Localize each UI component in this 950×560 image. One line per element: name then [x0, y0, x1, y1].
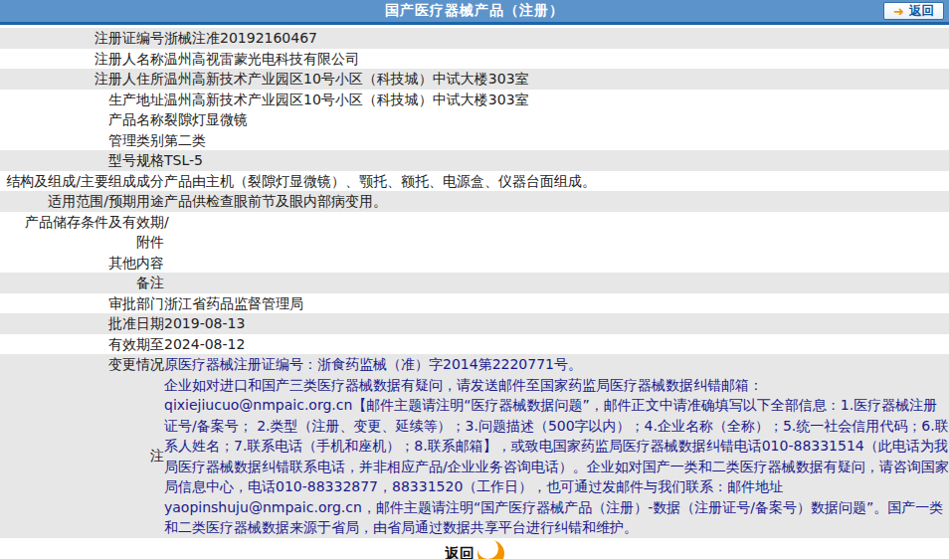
field-value: 浙械注准20192160467	[164, 28, 949, 49]
table-row: 审批部门 浙江省药品监督管理局	[0, 293, 949, 314]
table-row: 注 企业如对进口和国产三类医疗器械数据有疑问，请发送邮件至国家药监局医疗器械数据…	[0, 375, 949, 538]
table-row: 注册证编号 浙械注准20192160467	[0, 28, 949, 49]
table-row: 生产地址 温州高新技术产业园区10号小区（科技城）中试大楼303室	[0, 90, 949, 110]
header-back-button[interactable]: ➜ 返回	[883, 2, 944, 20]
field-label: 有效期至	[0, 334, 164, 355]
table-row: 适用范围/预期用途 产品供检查眼前节及眼内部病变用。	[0, 191, 949, 212]
field-value: 产品由主机（裂隙灯显微镜）、颚托、额托、电源盒、仪器台面组成。	[164, 171, 949, 192]
table-row: 变更情况 原医疗器械注册证编号：浙食药监械（准）字2014第2220771号。	[0, 354, 949, 375]
field-label: 生产地址	[0, 90, 164, 110]
footer-back-label: 返回	[445, 544, 475, 560]
field-value: 原医疗器械注册证编号：浙食药监械（准）字2014第2220771号。	[164, 354, 949, 375]
field-label: 其他内容	[0, 253, 164, 274]
table-row: 注册人住所 温州高新技术产业园区10号小区（科技城）中试大楼303室	[0, 69, 949, 90]
page-header: 国产医疗器械产品（注册） ➜ 返回	[0, 0, 949, 25]
footer: 返回	[0, 540, 949, 560]
field-value: 温州高视雷蒙光电科技有限公司	[164, 49, 949, 70]
field-label: 管理类别	[0, 130, 164, 151]
table-row: 产品储存条件及有效期 /	[0, 212, 949, 233]
field-value: 产品供检查眼前节及眼内部病变用。	[164, 191, 949, 212]
field-label: 注册人名称	[0, 49, 164, 70]
field-label: 产品储存条件及有效期	[0, 212, 164, 233]
table-row: 产品名称 裂隙灯显微镜	[0, 109, 949, 130]
registration-detail-page: 国产医疗器械产品（注册） ➜ 返回 注册证编号 浙械注准20192160467 …	[0, 0, 950, 560]
field-label: 注	[0, 375, 164, 538]
page-title: 国产医疗器械产品（注册）	[385, 2, 564, 20]
table-row: 型号规格 TSL-5	[0, 150, 949, 171]
field-label: 附件	[0, 232, 164, 253]
table-row: 其他内容	[0, 253, 949, 274]
table-row: 备注	[0, 273, 949, 293]
field-value	[164, 253, 949, 274]
table-row: 附件	[0, 232, 949, 253]
field-value: TSL-5	[164, 150, 949, 171]
field-value: 温州高新技术产业园区10号小区（科技城）中试大楼303室	[164, 90, 949, 110]
table-row: 批准日期 2019-08-13	[0, 313, 949, 334]
field-label: 变更情况	[0, 354, 164, 375]
table-row: 管理类别 第二类	[0, 130, 949, 151]
field-label: 产品名称	[0, 109, 164, 130]
field-value: 第二类	[164, 130, 949, 151]
crescent-icon-inner	[477, 538, 498, 559]
header-back-label: 返回	[909, 5, 934, 18]
crescent-icon	[477, 540, 504, 560]
registration-table: 注册证编号 浙械注准20192160467 注册人名称 温州高视雷蒙光电科技有限…	[0, 28, 949, 538]
right-arrow-icon: ➜	[893, 5, 904, 18]
field-label: 注册人住所	[0, 69, 164, 90]
registration-table-body: 注册证编号 浙械注准20192160467 注册人名称 温州高视雷蒙光电科技有限…	[0, 28, 949, 538]
field-value	[164, 232, 949, 253]
table-row: 结构及组成/主要组成成分 产品由主机（裂隙灯显微镜）、颚托、额托、电源盒、仪器台…	[0, 171, 949, 192]
field-value: 2019-08-13	[164, 313, 949, 334]
field-label: 注册证编号	[0, 28, 164, 49]
field-label: 适用范围/预期用途	[0, 191, 164, 212]
field-label: 结构及组成/主要组成成分	[0, 171, 164, 192]
table-row: 注册人名称 温州高视雷蒙光电科技有限公司	[0, 49, 949, 70]
field-value: 浙江省药品监督管理局	[164, 293, 949, 314]
field-value	[164, 273, 949, 293]
field-value: 企业如对进口和国产三类医疗器械数据有疑问，请发送邮件至国家药监局医疗器械数据纠错…	[164, 375, 949, 538]
field-label: 型号规格	[0, 150, 164, 171]
field-label: 审批部门	[0, 293, 164, 314]
field-label: 批准日期	[0, 313, 164, 334]
field-label: 备注	[0, 273, 164, 293]
field-value: 裂隙灯显微镜	[164, 109, 949, 130]
field-value: /	[164, 212, 949, 233]
field-value: 温州高新技术产业园区10号小区（科技城）中试大楼303室	[164, 69, 949, 90]
footer-back-button[interactable]: 返回	[445, 540, 504, 560]
table-row: 有效期至 2024-08-12	[0, 334, 949, 355]
field-value: 2024-08-12	[164, 334, 949, 355]
